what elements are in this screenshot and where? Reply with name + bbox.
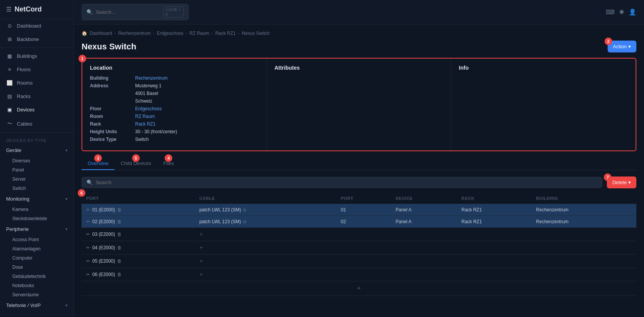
sidebar-item-rooms[interactable]: ⬜ Rooms (0, 76, 74, 90)
info-value-address2: 4001 Basel (135, 91, 158, 96)
table-row[interactable]: ✏ 04 (E2000) 🗑 + (82, 241, 636, 255)
port-label: 05 (E2000) (92, 258, 115, 264)
sidebar-category-monitoring[interactable]: Monitoring ▾ (0, 193, 74, 205)
info-value-floor[interactable]: Erdgeschoss (135, 106, 162, 111)
terminal-icon[interactable]: ⌨ (606, 8, 615, 16)
edit-icon[interactable]: ✏ (86, 258, 90, 264)
sidebar-sub-switch[interactable]: Switch (0, 184, 74, 193)
cable-cell: + (195, 255, 337, 268)
sidebar-category-gerate[interactable]: Geräte ▾ (0, 144, 74, 156)
delete-port-icon[interactable]: 🗑 (117, 272, 122, 277)
sidebar-item-cables[interactable]: 〜 Cables (0, 116, 74, 131)
cable-label: patch LWL 123 (SM) (199, 219, 241, 224)
edit-icon[interactable]: ✏ (86, 245, 90, 250)
sidebar-item-buildings[interactable]: ▦ Buildings (0, 49, 74, 63)
sidebar-item-backbone[interactable]: ⊞ Backbone (0, 33, 74, 46)
delete-port-icon[interactable]: 🗑 (117, 207, 122, 212)
sidebar-sub-dose[interactable]: Dose (0, 263, 74, 272)
sidebar-sub-alarmanlagen[interactable]: Alarmanlagen (0, 244, 74, 253)
page-title: Nexus Switch (82, 42, 136, 52)
app-logo: ☰ NetCord (0, 0, 74, 19)
table-row[interactable]: ✏ 01 (E2000) 🗑 patch LWL 123 (SM) ⧉ 01Pa… (82, 204, 636, 216)
info-value-building[interactable]: Rechenzentrum (135, 75, 168, 81)
port-label: 02 (E2000) (92, 219, 115, 224)
table-badge: 6 (78, 189, 85, 197)
breadcrumb-item-dashboard[interactable]: Dashboard (90, 31, 112, 36)
sidebar-sub-server[interactable]: Server (0, 175, 74, 184)
tab-files[interactable]: Files 4 (157, 157, 180, 170)
sidebar-sub-kamera[interactable]: Kamera (0, 205, 74, 214)
add-cable-icon[interactable]: + (199, 231, 203, 237)
table-row[interactable]: ✏ 03 (E2000) 🗑 + (82, 228, 636, 241)
delete-port-icon[interactable]: 🗑 (117, 245, 122, 250)
sidebar-sub-computer[interactable]: Computer (0, 253, 74, 263)
table-row[interactable]: ✏ 02 (E2000) 🗑 patch LWL 123 (SM) ⧉ 02Pa… (82, 216, 636, 228)
info-value-room[interactable]: RZ Raum (135, 114, 155, 119)
breadcrumb-item-rechenzentrum[interactable]: Rechenzentrum (118, 31, 151, 36)
port-cell: ✏ 01 (E2000) 🗑 (82, 204, 195, 216)
add-cable-icon[interactable]: + (199, 271, 203, 278)
info-value-rack[interactable]: Rack RZ1 (135, 121, 155, 127)
info-section-attributes: Attributes (267, 59, 451, 150)
rack-cell (457, 228, 531, 241)
sidebar-sub-steckdosenleiste[interactable]: Steckdosenleiste (0, 214, 74, 223)
port-cell: ✏ 04 (E2000) 🗑 (82, 241, 195, 255)
sidebar-sub-gebaudetechnik[interactable]: Gebäudetechnik (0, 272, 74, 281)
table-row[interactable]: ✏ 06 (E2000) 🗑 + (82, 268, 636, 281)
sidebar-sub-notebooks[interactable]: Notebooks (0, 281, 74, 290)
table-search-box[interactable]: 🔍 (82, 177, 602, 188)
sidebar-item-label: Buildings (17, 53, 37, 59)
search-input[interactable] (96, 9, 160, 15)
edit-icon[interactable]: ✏ (86, 219, 90, 224)
sidebar-category-telefonie[interactable]: Telefonie / VoIP ▾ (0, 299, 74, 311)
sidebar-sub-panel[interactable]: Panel (0, 165, 74, 175)
remote-port-cell (336, 268, 391, 281)
col-cable: CABLE (195, 193, 337, 204)
breadcrumb-item-rz-raum[interactable]: RZ Raum (190, 31, 209, 36)
cable-cell: + (195, 241, 337, 255)
sidebar-sub-access-point[interactable]: Access Point (0, 235, 74, 244)
edit-icon[interactable]: ✏ (86, 232, 90, 237)
table-search-input[interactable] (96, 180, 597, 185)
sidebar-item-label: Rooms (17, 80, 33, 86)
info-info-title: Info (459, 65, 628, 71)
breadcrumb-sep: › (153, 31, 154, 36)
info-label-address: Address (90, 83, 132, 88)
asterisk-icon[interactable]: ✱ (619, 8, 624, 16)
sidebar-item-dashboard[interactable]: ⊙ Dashboard (0, 19, 74, 33)
delete-button[interactable]: Delete ▾ (607, 176, 636, 188)
delete-port-icon[interactable]: 🗑 (117, 258, 122, 264)
breadcrumb-sep: › (211, 31, 213, 36)
sidebar-item-devices[interactable]: ▣ Devices (0, 103, 74, 116)
ports-table: PORT CABLE PORT DEVICE RACK BUILDING ✏ 0… (82, 193, 636, 281)
edit-icon[interactable]: ✏ (86, 272, 90, 277)
sidebar-sub-serverraume[interactable]: Serverräume (0, 290, 74, 299)
menu-icon[interactable]: ☰ (6, 6, 11, 13)
add-cable-icon[interactable]: + (199, 244, 203, 251)
cable-copy-icon[interactable]: ⧉ (243, 219, 246, 224)
breadcrumb-item-erdgeschoss[interactable]: Erdgeschoss (157, 31, 183, 36)
add-row[interactable]: + (82, 281, 636, 296)
breadcrumb-sep: › (238, 31, 240, 36)
tab-child-devices[interactable]: Child Devices 5 (114, 157, 157, 170)
table-wrap: 6 PORT CABLE PORT DEVICE RACK BUILDING ✏… (82, 193, 636, 296)
sidebar-item-racks[interactable]: ▤ Racks (0, 90, 74, 103)
tab-overview[interactable]: Overview 3 (82, 157, 114, 170)
sidebar-sub-diverses[interactable]: Diverses (0, 156, 74, 165)
search-box[interactable]: 🔍 Ctrl/⌘ + K (82, 4, 189, 20)
table-row[interactable]: ✏ 05 (E2000) 🗑 + (82, 255, 636, 268)
add-cable-icon[interactable]: + (199, 258, 203, 264)
user-icon[interactable]: 👤 (629, 8, 636, 16)
dashboard-icon: ⊙ (6, 23, 13, 29)
cable-copy-icon[interactable]: ⧉ (243, 208, 246, 212)
breadcrumb-item-rack-rz1[interactable]: Rack RZ1 (215, 31, 235, 36)
topbar-icons: ⌨ ✱ 👤 (606, 8, 636, 16)
delete-port-icon[interactable]: 🗑 (117, 232, 122, 237)
sidebar-item-floors[interactable]: ≡ Floors (0, 63, 74, 76)
search-icon: 🔍 (87, 9, 93, 15)
sidebar-category-peripherie[interactable]: Peripherie ▾ (0, 223, 74, 235)
edit-icon[interactable]: ✏ (86, 207, 90, 212)
building-cell: Rechenzentrum (531, 204, 636, 216)
delete-port-icon[interactable]: 🗑 (117, 219, 122, 224)
rack-cell (457, 255, 531, 268)
